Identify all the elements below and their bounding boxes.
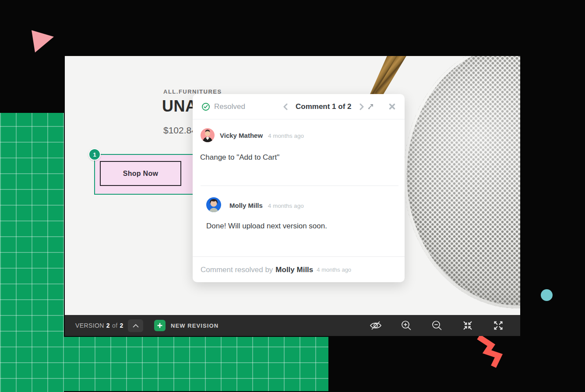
collapse-view-button[interactable] <box>457 315 478 336</box>
chevron-left-icon <box>283 103 288 110</box>
close-dialog-button[interactable] <box>388 103 396 110</box>
plus-icon <box>157 322 163 329</box>
zoom-out-icon <box>431 320 443 331</box>
expand-icon <box>493 320 504 331</box>
avatar <box>206 197 221 212</box>
comment-resolved-footer: Comment resolved by Molly Mills 4 months… <box>193 256 405 283</box>
chevron-right-icon <box>359 103 364 110</box>
resolved-by-author: Molly Mills <box>275 266 313 274</box>
resolved-status-label: Resolved <box>214 102 245 111</box>
version-menu-button[interactable] <box>128 319 143 332</box>
avatar <box>201 128 215 142</box>
version-label: VERSION <box>75 322 104 329</box>
comment-text: Done! Will upload next version soon. <box>206 222 327 231</box>
resolved-check-icon <box>201 102 210 111</box>
comment-meta: Vicky Mathew 4 months ago <box>220 132 304 139</box>
version-total: 2 <box>120 322 123 329</box>
zoom-out-button[interactable] <box>426 315 448 336</box>
version-current: 2 <box>106 322 110 329</box>
red-zigzag-decoration <box>471 332 510 376</box>
app-stage: ALL.FURNITURES UNA Chair $102.84 Shop No… <box>0 0 585 392</box>
green-grid-decoration-bottom <box>0 337 328 391</box>
version-of: of <box>112 322 117 329</box>
open-in-full-icon <box>367 103 374 110</box>
comment-dialog: Resolved Comment 1 of 2 <box>193 94 405 282</box>
comment-dialog-header: Resolved Comment 1 of 2 <box>193 94 405 119</box>
resolved-by-time: 4 months ago <box>317 266 351 273</box>
bottom-toolbar: VERSION 2 of 2 NEW REVISION <box>65 315 520 336</box>
zoom-in-icon <box>401 320 412 331</box>
shop-now-button[interactable]: Shop Now <box>100 161 181 186</box>
comment-pagination: Comment 1 of 2 <box>283 94 364 119</box>
product-price: $102.84 <box>163 125 197 136</box>
close-icon <box>388 103 396 110</box>
hide-comments-button[interactable] <box>365 315 386 336</box>
resolved-by-prefix: Comment resolved by <box>201 266 273 274</box>
comment-meta: Molly Mills 4 months ago <box>229 202 304 209</box>
expand-dialog-button[interactable] <box>367 103 374 110</box>
prev-comment-button[interactable] <box>283 103 288 110</box>
pink-triangle-decoration <box>0 0 70 66</box>
resolved-status: Resolved <box>201 94 245 119</box>
person-avatar-icon <box>201 128 215 142</box>
comment-time: 4 months ago <box>268 133 304 139</box>
eye-off-icon <box>369 320 383 331</box>
expand-view-button[interactable] <box>488 315 509 336</box>
comment-text: Change to "Add to Cart" <box>200 153 279 162</box>
chevron-up-icon <box>132 324 139 328</box>
teal-dot-decoration <box>541 289 553 301</box>
version-indicator: VERSION 2 of 2 <box>75 315 123 336</box>
next-comment-button[interactable] <box>359 103 364 110</box>
zoom-in-button[interactable] <box>396 315 417 336</box>
new-revision-add-button[interactable] <box>154 320 166 331</box>
comment-marker-badge[interactable]: 1 <box>88 148 101 161</box>
comment-author: Molly Mills <box>229 202 263 209</box>
comment-pagination-label: Comment 1 of 2 <box>296 102 352 111</box>
comment-author: Vicky Mathew <box>220 132 263 139</box>
comment-divider <box>201 186 398 186</box>
speaker-product-photo <box>404 56 520 308</box>
collapse-icon <box>462 320 473 331</box>
comment-time: 4 months ago <box>268 203 304 209</box>
person-avatar-icon <box>206 197 221 212</box>
new-revision-label[interactable]: NEW REVISION <box>171 315 218 336</box>
